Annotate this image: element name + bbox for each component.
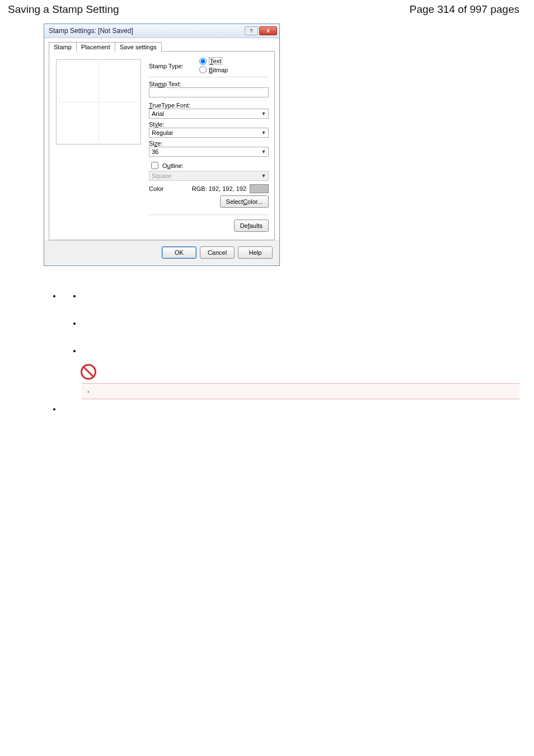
list-item bbox=[62, 405, 519, 413]
prohibited-icon bbox=[81, 364, 96, 380]
label-color: Color bbox=[149, 185, 177, 192]
tab-placement[interactable]: Placement bbox=[76, 42, 115, 52]
dialog-title: Stamp Settings: [Not Saved] bbox=[49, 27, 133, 35]
ok-button[interactable]: OK bbox=[162, 246, 196, 259]
radio-text-input[interactable] bbox=[199, 58, 207, 65]
style-select[interactable]: Regular▼ bbox=[149, 128, 269, 138]
outline-shape-value: Square bbox=[152, 172, 171, 179]
stamp-text-input[interactable] bbox=[149, 87, 269, 97]
cancel-button[interactable]: Cancel bbox=[200, 246, 235, 259]
radio-bitmap-input[interactable] bbox=[199, 66, 207, 73]
list-item bbox=[82, 347, 519, 355]
stamp-preview bbox=[56, 59, 141, 144]
tab-stamp[interactable]: Stamp bbox=[49, 42, 77, 52]
outline-shape-select: Square▼ bbox=[149, 171, 269, 181]
size-select[interactable]: 36▼ bbox=[149, 147, 269, 157]
font-value: Arial bbox=[152, 110, 164, 117]
list-item: ▪ bbox=[62, 292, 519, 399]
tab-save-settings[interactable]: Save settings bbox=[115, 42, 162, 52]
color-value: RGB: 192, 192, 192 bbox=[177, 185, 250, 192]
page-title-left: Saving a Stamp Setting bbox=[8, 3, 119, 16]
label-truetype-font: TrueType Font: bbox=[149, 102, 269, 109]
close-icon[interactable]: X bbox=[259, 26, 277, 35]
radio-bitmap[interactable]: Bitmap bbox=[199, 66, 228, 73]
help-icon[interactable] bbox=[245, 26, 258, 35]
chevron-down-icon: ▼ bbox=[260, 130, 267, 136]
outline-check-input[interactable] bbox=[151, 162, 158, 169]
radio-text[interactable]: Text bbox=[199, 57, 228, 65]
label-style: Style: bbox=[149, 121, 269, 128]
page-count: Page 314 of 997 pages bbox=[409, 3, 519, 16]
size-value: 36 bbox=[152, 148, 158, 155]
select-color-button[interactable]: Select Color... bbox=[220, 195, 269, 208]
help-button[interactable]: Help bbox=[238, 246, 273, 259]
label-stamp-text: Stamp Text: bbox=[149, 81, 269, 87]
font-select[interactable]: Arial▼ bbox=[149, 109, 269, 119]
list-item bbox=[82, 319, 519, 328]
color-swatch bbox=[250, 184, 269, 193]
stamp-settings-dialog: Stamp Settings: [Not Saved] X Stamp Plac… bbox=[44, 24, 280, 266]
label-size: Size: bbox=[149, 140, 269, 147]
label-stamp-type: Stamp Type: bbox=[149, 63, 199, 69]
defaults-button[interactable]: Defaults bbox=[234, 220, 269, 232]
chevron-down-icon: ▼ bbox=[260, 173, 267, 179]
chevron-down-icon: ▼ bbox=[260, 111, 267, 116]
chevron-down-icon: ▼ bbox=[260, 149, 267, 155]
outline-checkbox[interactable]: Outline: bbox=[149, 160, 269, 171]
important-note: ▪ bbox=[82, 383, 519, 399]
list-item bbox=[82, 292, 519, 300]
dialog-titlebar: Stamp Settings: [Not Saved] X bbox=[44, 24, 279, 38]
style-value: Regular bbox=[152, 129, 174, 136]
label-outline: Outline: bbox=[162, 162, 184, 169]
